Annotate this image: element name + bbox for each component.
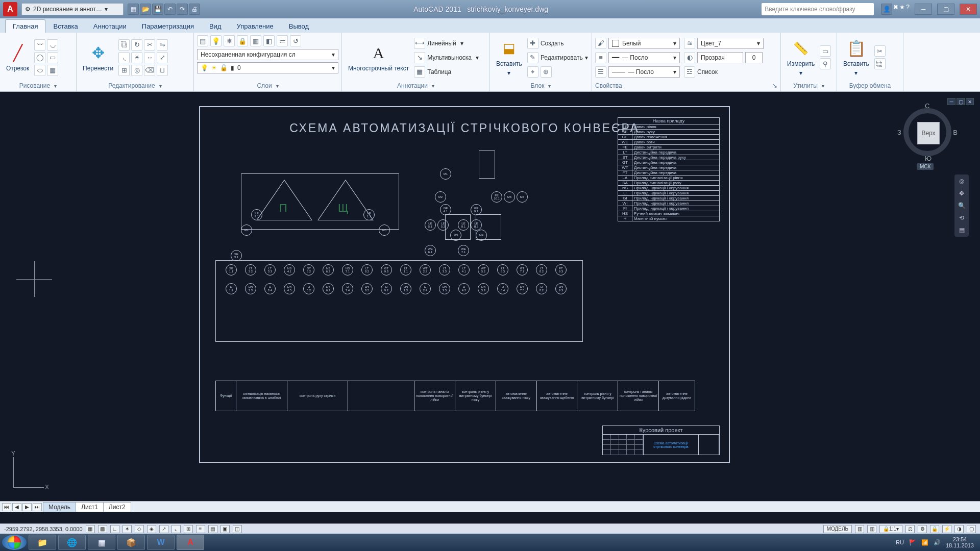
taskbar-chrome[interactable]: 🌐 [58,535,86,550]
dyn-toggle[interactable]: ⊞ [184,525,193,533]
save-icon[interactable]: 💾 [152,4,163,15]
undo-icon[interactable]: ↶ [164,4,176,15]
layer-props-icon[interactable]: ▤ [197,35,208,46]
panel-layers-label[interactable]: Слои [197,80,338,91]
copy-clip-icon[interactable]: ⿻ [874,58,886,69]
tab-view[interactable]: Вид [202,19,229,33]
hardware-accel-icon[interactable]: ⚡ [942,525,951,533]
erase-icon[interactable]: ⌫ [144,65,155,76]
tray-lang[interactable]: RU [896,539,904,545]
layer-color-dropdown[interactable]: Цвет_7▾ [697,38,764,49]
sc-toggle[interactable]: ◫ [233,525,242,533]
drawing-area[interactable]: ─ ▢ ✕ СХЕМА АВТОМАТИЗАЦІЇ СТРІЧКОВОГО КО… [0,92,980,523]
block-attr-icon[interactable]: ⌖ [527,66,538,78]
model-space-button[interactable]: МОДЕЛЬ [823,525,852,533]
panel-block-label[interactable]: Блок [493,80,589,91]
annoscale-readout[interactable]: 🔒 1:1 ▾ [879,525,902,533]
tray-clock[interactable]: 23:54 18.11.2013 [946,536,974,548]
zoom-icon[interactable]: 🔍 [958,202,966,209]
tab-manage[interactable]: Управление [229,19,281,33]
layout2-tab[interactable]: Лист2 [103,502,131,512]
block-create-button[interactable]: ✚Создать [527,37,588,49]
tab-annotate[interactable]: Аннотации [86,19,134,33]
isolate-icon[interactable]: ◑ [954,525,964,533]
cut-icon[interactable]: ✂ [874,45,886,57]
fillet-icon[interactable]: ◟ [118,52,130,63]
line-button[interactable]: ╱ Отрезок [3,42,32,73]
otrack-toggle[interactable]: ↗ [159,525,168,533]
hatch-icon[interactable]: ▦ [47,65,58,76]
exchange-icon[interactable]: ✖ [893,4,898,15]
doc-close-button[interactable]: ✕ [966,98,974,105]
paste-button[interactable]: 📋 Вставить▾ [840,38,872,78]
move-button[interactable]: ✥ Перенести [80,42,116,73]
match-props-icon[interactable]: 🖌 [595,38,606,49]
qp-toggle[interactable]: ▣ [220,525,230,533]
mleader-button[interactable]: ↘Мультивыноска▾ [414,52,479,64]
rectangle-icon[interactable]: ▭ [47,52,58,63]
layer-prev-icon[interactable]: ↺ [290,35,301,46]
tpy-toggle[interactable]: ▤ [208,525,217,533]
block-insert-button[interactable]: ⬓ Вставить▾ [493,38,525,78]
layer-match-icon[interactable]: ≔ [277,35,288,46]
scale-icon[interactable]: ⤢ [157,52,168,63]
lwt-toggle[interactable]: ≡ [196,525,205,533]
close-button[interactable]: ✕ [960,4,977,15]
workspace-dropdown[interactable]: ⚙ 2D рисование и аннот… ▾ [21,3,124,15]
open-icon[interactable]: 📂 [140,4,151,15]
trim-icon[interactable]: ✂ [144,39,155,51]
taskbar-app2[interactable]: 📦 [117,535,145,550]
wcs-label[interactable]: МСК [917,163,934,170]
qselect-icon[interactable]: ⚲ [820,58,831,69]
panel-annot-label[interactable]: Аннотации [345,80,486,91]
ws-switch-icon[interactable]: ⚙ [918,525,927,533]
grid-toggle[interactable]: ▩ [98,525,107,533]
annoscale-toggle[interactable]: ⚖ [905,525,915,533]
block-edit-button[interactable]: ✎Редактировать▾ [527,52,588,64]
lw-icon[interactable]: ☰ [595,66,606,78]
ellipse-icon[interactable]: ⬭ [34,65,45,76]
taskbar-word[interactable]: W [147,535,175,550]
new-icon[interactable]: ▦ [128,4,139,15]
navigation-bar[interactable]: ◎ ✥ 🔍 ⟲ ▤ [954,174,969,237]
view-cube[interactable]: Верх С Ю В З МСК [899,104,955,160]
layer-current-dropdown[interactable]: 💡☀🔓▮ 0▾ [197,62,338,73]
select-icon[interactable]: ▭ [820,45,831,57]
linetype-dropdown[interactable]: ───— Посло▾ [608,66,680,78]
tab-output[interactable]: Вывод [281,19,316,33]
tab-insert[interactable]: Вставка [45,19,85,33]
mirror-icon[interactable]: ⇋ [157,39,168,51]
layout1-tab[interactable]: Лист1 [76,502,104,512]
list-button[interactable]: ☲Список [684,66,764,78]
transp-icon[interactable]: ◐ [684,52,695,63]
transparency-input[interactable]: 0 [745,52,763,63]
doc-max-button[interactable]: ▢ [957,98,965,105]
table-button[interactable]: ▦Таблица [414,66,479,78]
maximize-button[interactable]: ▢ [937,4,954,15]
explode-icon[interactable]: ✴ [131,52,142,63]
osnap-toggle[interactable]: ◇ [135,525,144,533]
array-icon[interactable]: ⊞ [118,65,130,76]
3dosnap-toggle[interactable]: ◈ [147,525,156,533]
layer-iso-icon[interactable]: ◧ [263,35,275,46]
rotate-icon[interactable]: ↻ [131,39,142,51]
tray-flag-icon[interactable]: 🚩 [909,539,916,546]
circle-icon[interactable]: ◯ [34,52,45,63]
quick-view-layouts[interactable]: ▥ [855,525,864,533]
panel-clip-label[interactable]: Буфер обмена [840,80,900,91]
tab-first-button[interactable]: ⏮ [2,503,11,511]
layer-off-icon[interactable]: 💡 [210,35,222,46]
panel-props-label[interactable]: Свойства↘ [595,80,777,91]
color-dropdown[interactable]: Белый▾ [608,38,680,49]
print-icon[interactable]: 🖨 [189,4,200,15]
help-search-input[interactable]: Введите ключевое слово/фразу [762,3,874,15]
panel-utils-label[interactable]: Утилиты [784,80,834,91]
layer-color-icon[interactable]: ▥ [250,35,261,46]
arc-icon[interactable]: ◡ [47,39,58,51]
clean-screen-icon[interactable]: ▢ [967,525,976,533]
panel-modify-label[interactable]: Редактирование [80,80,190,91]
taskbar-explorer[interactable]: 📁 [29,535,56,550]
app-menu-button[interactable]: A [3,2,17,16]
tab-last-button[interactable]: ⏭ [33,503,42,511]
layer-lock-icon[interactable]: 🔒 [237,35,248,46]
